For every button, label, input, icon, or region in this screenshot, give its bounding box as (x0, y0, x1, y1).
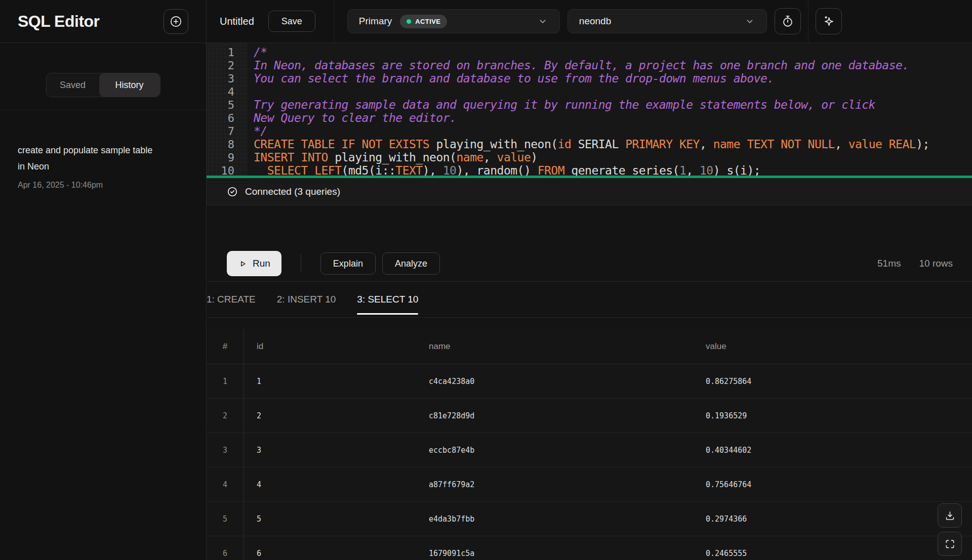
page-title: SQL Editor (18, 12, 100, 31)
sparkles-icon (822, 15, 835, 28)
table-row: 661679091c5a0.2465555 (207, 536, 972, 560)
plus-circle-icon (169, 15, 183, 28)
fullscreen-icon (944, 538, 956, 550)
table-cell: 0.1936529 (706, 399, 972, 433)
result-tab-3[interactable]: 3: SELECT 10 (357, 282, 418, 317)
sidebar: SQL Editor SavedHistory create and popul… (0, 0, 207, 560)
table-cell: e4da3b7fbb (429, 502, 706, 536)
fullscreen-button[interactable] (938, 532, 962, 556)
toolbar-divider (808, 0, 808, 43)
sql-editor-app: SQL Editor SavedHistory create and popul… (0, 0, 972, 560)
code-text: /* (254, 46, 267, 59)
column-header-id: id (244, 329, 429, 364)
actions-divider (301, 254, 301, 273)
code-line: 2In Neon, databases are stored on branch… (207, 59, 972, 72)
download-results-button[interactable] (938, 503, 962, 528)
line-number: 8 (207, 138, 234, 151)
table-row: 33eccbc87e4b0.40344602 (207, 433, 972, 467)
code-text: New Query to clear the editor. (254, 111, 456, 124)
save-button[interactable]: Save (268, 11, 315, 32)
table-cell: 6 (207, 536, 244, 560)
table-cell: 0.2974366 (706, 502, 972, 536)
table-row: 11c4ca4238a00.86275864 (207, 364, 972, 399)
results-body: 11c4ca4238a00.8627586422c81e728d9d0.1936… (207, 364, 972, 560)
query-actions-bar: Run Explain Analyze 51ms 10 rows (207, 205, 972, 281)
sidebar-tab-history[interactable]: History (99, 73, 160, 97)
stopwatch-icon (781, 15, 794, 28)
history-item-date: Apr 16, 2025 - 10:46pm (18, 181, 188, 190)
download-icon (944, 510, 956, 522)
code-line: 8CREATE TABLE IF NOT EXISTS playing_with… (207, 138, 972, 151)
table-cell: 0.2465555 (706, 536, 972, 560)
code-text: INSERT INTO playing_with_neon(name, valu… (254, 151, 538, 164)
connection-status-bar: Connected (3 queries) (207, 178, 972, 205)
main-panel: Untitled Save Primary ACTIVE neondb (207, 0, 972, 560)
analyze-button[interactable]: Analyze (382, 252, 440, 275)
line-number: 1 (207, 46, 234, 59)
connection-status-label: Connected (3 queries) (245, 186, 340, 197)
table-row: 55e4da3b7fbb0.2974366 (207, 502, 972, 536)
active-dot-icon (407, 19, 411, 24)
sql-code-editor[interactable]: 1/*2In Neon, databases are stored on bra… (207, 43, 972, 176)
line-number: 5 (207, 99, 234, 111)
table-row: 22c81e728d9d0.1936529 (207, 399, 972, 433)
code-text: CREATE TABLE IF NOT EXISTS playing_with_… (254, 138, 929, 151)
table-cell: 5 (207, 502, 244, 536)
result-tab-1[interactable]: 1: CREATE (207, 282, 256, 317)
branch-select[interactable]: Primary ACTIVE (347, 9, 560, 33)
code-text: Try generating sample data and querying … (254, 98, 875, 111)
table-cell: 1679091c5a (429, 536, 706, 560)
code-text: SELECT LEFT(md5(i::TEXT), 10), random() … (254, 164, 760, 176)
run-label: Run (253, 258, 270, 269)
line-number: 4 (207, 85, 234, 98)
editor-toolbar: Untitled Save Primary ACTIVE neondb (207, 0, 972, 43)
table-cell: 0.86275864 (706, 364, 972, 398)
code-line: 6New Query to clear the editor. (207, 111, 972, 124)
history-item-title: create and populate sample table in Neon (18, 142, 158, 175)
sidebar-tab-saved[interactable]: Saved (47, 73, 99, 97)
check-circle-icon (227, 186, 238, 197)
sidebar-tab-switcher: SavedHistory (46, 73, 160, 97)
code-text: In Neon, databases are stored on branche… (254, 59, 909, 72)
sidebar-header: SQL Editor (0, 0, 206, 43)
code-line: 1/* (207, 46, 972, 59)
results-table: #idnamevalue 11c4ca4238a00.8627586422c81… (207, 329, 972, 560)
branch-status-badge: ACTIVE (400, 15, 447, 28)
table-cell: c81e728d9d (429, 399, 706, 433)
table-cell: 4 (207, 467, 244, 501)
table-cell: c4ca4238a0 (429, 364, 706, 398)
query-duration: 51ms (877, 258, 901, 269)
result-tabs: 1: CREATE2: INSERT 103: SELECT 10 (207, 281, 972, 318)
history-item[interactable]: create and populate sample table in Neon… (18, 142, 188, 190)
table-cell: eccbc87e4b (429, 433, 706, 467)
database-select[interactable]: neondb (568, 9, 767, 33)
code-line: 5Try generating sample data and querying… (207, 98, 972, 111)
line-number: 10 (207, 164, 234, 176)
new-query-button[interactable] (164, 9, 188, 34)
table-cell: 0.75646764 (706, 467, 972, 501)
code-area: 1/*2In Neon, databases are stored on bra… (207, 46, 972, 176)
explain-button[interactable]: Explain (320, 252, 376, 275)
database-name: neondb (579, 16, 611, 27)
line-number: 2 (207, 59, 234, 72)
ai-assist-button[interactable] (816, 8, 842, 34)
table-cell: 6 (244, 536, 429, 560)
table-cell: 4 (244, 467, 429, 501)
code-line: 9INSERT INTO playing_with_neon(name, val… (207, 151, 972, 164)
code-text: You can select the branch and database t… (254, 72, 774, 85)
play-icon (238, 259, 248, 269)
code-line: 4 (207, 85, 972, 98)
column-header-name: name (429, 329, 706, 364)
table-cell: 0.40344602 (706, 433, 972, 467)
branch-status-label: ACTIVE (415, 18, 440, 25)
run-button[interactable]: Run (227, 251, 281, 276)
column-header-row-number: # (207, 329, 244, 364)
query-stats: 51ms 10 rows (877, 258, 953, 269)
line-number: 9 (207, 151, 234, 164)
sidebar-tab-strip: SavedHistory (0, 43, 206, 110)
result-tab-2[interactable]: 2: INSERT 10 (277, 282, 336, 317)
line-number: 7 (207, 125, 234, 138)
history-list: create and populate sample table in Neon… (0, 110, 206, 190)
query-timing-button[interactable] (775, 8, 801, 34)
table-row: 44a87ff679a20.75646764 (207, 467, 972, 502)
